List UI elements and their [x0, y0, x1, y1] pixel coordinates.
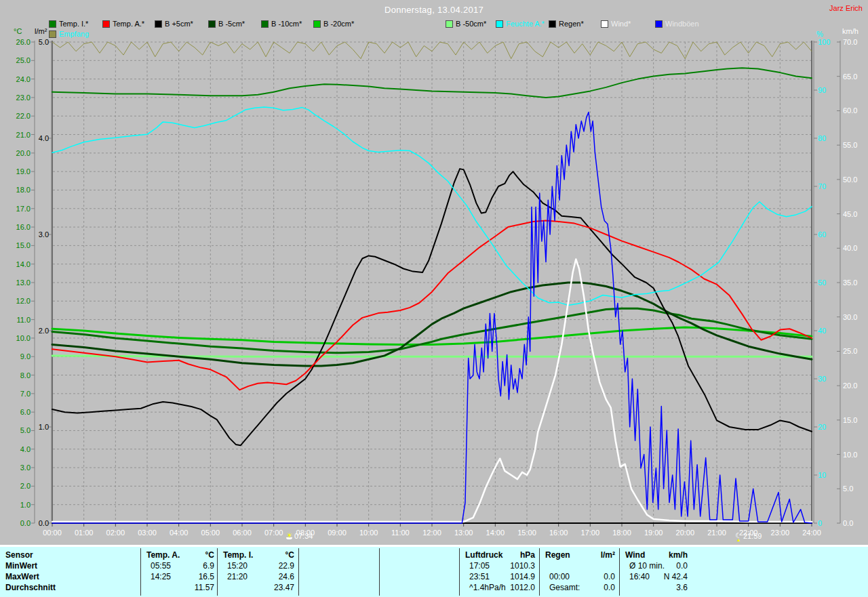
tick-label: 5.0 [843, 485, 853, 493]
tick-label: 0.0 [20, 519, 31, 527]
tick-label: 8.0 [20, 371, 31, 379]
x-tick-label: 05:00 [201, 529, 220, 537]
tick-label: 0.0 [843, 519, 853, 527]
tick-label: 23.0 [16, 94, 31, 102]
tick-label: 25.0 [16, 56, 31, 64]
x-tick-label: 14:00 [486, 529, 505, 537]
x-tick-label: 09:00 [328, 529, 347, 537]
table-column-separator [140, 548, 141, 596]
tick-label: 0.0 [39, 519, 49, 527]
tick-label: 0 [818, 519, 822, 527]
tick-label: 22.0 [16, 112, 31, 120]
x-tick-label: 23:00 [771, 529, 790, 537]
tick-label: 80 [818, 134, 826, 142]
table-cell-value: N 42.4 [623, 572, 688, 581]
tick-label: 4.0 [20, 445, 31, 453]
tick-label: 60 [818, 230, 826, 239]
tick-label: 5.0 [20, 426, 31, 434]
x-tick-label: 04:00 [170, 529, 189, 537]
table-row-label: MaxWert [5, 572, 39, 581]
table-column-separator [298, 548, 299, 596]
tick-label: 70.0 [843, 38, 857, 46]
x-tick-label: 12:00 [422, 529, 441, 537]
table-column-unit: °C [220, 550, 294, 560]
tick-label: 40.0 [843, 244, 857, 252]
x-tick-label: 03:00 [138, 529, 157, 537]
x-tick-label: 01:00 [75, 529, 94, 537]
table-cell-value: 24.6 [220, 572, 294, 581]
tick-label: 60.0 [843, 106, 857, 115]
tick-label: 2.0 [20, 482, 31, 490]
x-tick-label: 15:00 [517, 529, 536, 537]
tick-label: 1.0 [20, 501, 31, 509]
tick-label: 10.0 [843, 451, 857, 459]
table-column-unit: km/h [623, 550, 688, 560]
x-tick-label: 16:00 [549, 529, 568, 537]
tick-label: 19.0 [16, 167, 31, 176]
plot-area: 0.01.02.03.04.05.06.07.08.09.010.011.012… [0, 0, 868, 545]
tick-label: 17.0 [16, 205, 31, 213]
table-cell-value: 23.47 [220, 583, 294, 592]
tick-label: 55.0 [843, 141, 857, 149]
table-column-separator [217, 548, 218, 596]
x-tick-label: 19:00 [644, 529, 663, 537]
tick-label: 30 [818, 375, 826, 383]
table-cell-value: 1010.3 [462, 561, 535, 571]
table-column-separator [379, 548, 380, 596]
tick-label: 15.0 [843, 416, 857, 424]
table-cell-value: 0.0 [542, 583, 615, 592]
tick-label: 20.0 [16, 149, 31, 157]
table-column-separator [619, 548, 620, 596]
tick-label: 25.0 [843, 347, 857, 355]
tick-label: 9.0 [20, 352, 31, 361]
table-row-label: Sensor [5, 550, 33, 560]
tick-label: 11.0 [16, 316, 31, 324]
tick-label: 15.0 [16, 241, 31, 249]
table-column-separator [539, 548, 540, 596]
tick-label: 6.0 [20, 408, 31, 416]
tick-label: 3.0 [39, 230, 49, 239]
tick-label: 18.0 [16, 186, 31, 194]
tick-label: 2.0 [39, 327, 49, 335]
x-tick-label: 00:00 [43, 529, 62, 537]
table-cell-value: 3.6 [623, 583, 688, 592]
tick-label: 40 [818, 327, 826, 335]
tick-label: 5.0 [39, 38, 49, 46]
sunrise-time-label: 07:34 [294, 532, 313, 540]
gridlines [53, 42, 811, 523]
tick-label: 100 [818, 38, 830, 46]
table-cell-value: 22.9 [220, 561, 294, 571]
x-tick-label: 02:00 [106, 529, 125, 537]
table-column-separator [459, 548, 460, 596]
tick-label: 16.0 [16, 223, 31, 231]
sunset-icon: ☾▲ [735, 532, 742, 541]
table-cell-value: 0.0 [542, 572, 615, 581]
stats-table: SensorMinWertMaxWertDurchschnittTemp. A.… [0, 545, 868, 597]
x-tick-label: 13:00 [454, 529, 473, 537]
tick-label: 14.0 [16, 260, 31, 268]
table-column-unit: °C [144, 550, 214, 560]
tick-label: 50 [818, 279, 826, 287]
tick-label: 1.0 [39, 423, 49, 431]
tick-label: 12.0 [16, 297, 31, 305]
table-cell-value: 1012.0 [462, 583, 535, 592]
tick-label: 30.0 [843, 313, 857, 321]
tick-label: 3.0 [20, 464, 31, 472]
table-cell-value: 1014.9 [462, 572, 535, 581]
tick-label: 45.0 [843, 210, 857, 218]
tick-label: 90 [818, 86, 826, 94]
table-cell-value: 11.57 [144, 583, 214, 592]
table-column-unit: l/m² [542, 550, 615, 560]
sunrise-icon: ☀ [286, 532, 293, 539]
tick-label: 10.0 [16, 334, 31, 342]
table-cell-value: 16.5 [144, 572, 214, 581]
x-tick-label: 06:00 [233, 529, 252, 537]
weather-app-window: Donnerstag, 13.04.2017 Jarz Erich °C l/m… [0, 0, 868, 597]
sunrise-marker: ☀ 07:34 [286, 532, 313, 540]
x-tick-label: 21:00 [707, 529, 726, 537]
tick-label: 26.0 [16, 38, 31, 46]
x-tick-label: 18:00 [612, 529, 631, 537]
table-cell-value: 0.0 [623, 561, 688, 571]
tick-label: 50.0 [843, 176, 857, 184]
x-axis: 00:0001:0002:0003:0004:0005:0006:0007:00… [43, 524, 821, 537]
